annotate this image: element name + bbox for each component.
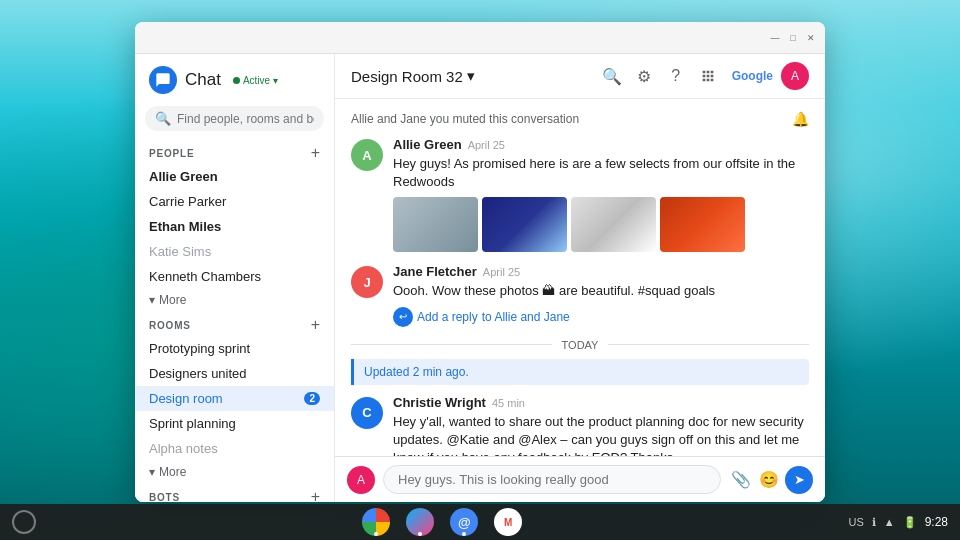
title-bar: — □ ✕ — [135, 22, 825, 54]
message-time: April 25 — [483, 266, 520, 278]
add-person-button[interactable]: + — [311, 145, 320, 161]
person-carrie-parker[interactable]: Carrie Parker — [135, 189, 334, 214]
rooms-section-header: ROOMS + — [135, 311, 334, 336]
sender-name: Jane Fletcher — [393, 264, 477, 279]
minimize-button[interactable]: — — [769, 32, 781, 44]
battery-icon: 🔋 — [903, 516, 917, 529]
chevron-icon: ▾ — [273, 75, 278, 86]
taskbar-time: 9:28 — [925, 515, 948, 529]
settings-header-button[interactable]: ⚙ — [632, 64, 656, 88]
photo-4[interactable] — [660, 197, 745, 252]
active-dot-icon — [233, 77, 240, 84]
sender-name: Christie Wright — [393, 395, 486, 410]
message-header: Jane Fletcher April 25 — [393, 264, 809, 279]
message-time: April 25 — [468, 139, 505, 151]
message-content: Jane Fletcher April 25 Oooh. Wow these p… — [393, 264, 809, 326]
message-input[interactable] — [383, 465, 721, 494]
taskbar-center: @ M — [362, 508, 522, 536]
bell-muted-icon[interactable]: 🔔 — [792, 111, 809, 127]
avatar-jane: J — [351, 266, 383, 298]
room-sprint-planning[interactable]: Sprint planning — [135, 411, 334, 436]
help-header-button[interactable]: ? — [664, 64, 688, 88]
people-more-button[interactable]: ▾ More — [135, 289, 334, 311]
message-group-allie: A Allie Green April 25 Hey guys! As prom… — [351, 137, 809, 252]
app-window: — □ ✕ Chat Active ▾ — [135, 22, 825, 502]
current-user-avatar: A — [347, 466, 375, 494]
add-room-button[interactable]: + — [311, 317, 320, 333]
user-avatar[interactable]: A — [781, 62, 809, 90]
room-dropdown-icon[interactable]: ▾ — [467, 67, 475, 85]
today-label: TODAY — [562, 339, 599, 351]
divider-line-left — [351, 344, 552, 345]
people-label: PEOPLE — [149, 148, 194, 159]
room-name: Sprint planning — [149, 416, 236, 431]
reply-text: Add a reply — [417, 310, 478, 324]
room-name: Designers united — [149, 366, 247, 381]
message-header: Christie Wright 45 min — [393, 395, 809, 410]
bots-label: BOTS — [149, 492, 180, 503]
person-ethan-miles[interactable]: Ethan Miles — [135, 214, 334, 239]
message-text: Hey guys! As promised here is are a few … — [393, 155, 809, 191]
person-name: Katie Sims — [149, 244, 211, 259]
add-reply-link[interactable]: ↩ Add a reply to Allie and Jane — [393, 307, 809, 327]
active-label: Active — [243, 75, 270, 86]
input-area: A 📎 😊 ➤ — [335, 456, 825, 502]
photo-2[interactable] — [482, 197, 567, 252]
rooms-label: ROOMS — [149, 320, 191, 331]
launcher-button[interactable] — [12, 510, 36, 534]
photo-1[interactable] — [393, 197, 478, 252]
room-name: Design room — [149, 391, 223, 406]
search-input[interactable] — [177, 112, 314, 126]
at-app-button[interactable]: @ — [450, 508, 478, 536]
gmail-button[interactable]: M — [494, 508, 522, 536]
gmail-m-icon: M — [504, 517, 512, 528]
room-title: Design Room 32 ▾ — [351, 67, 475, 85]
sender-name: Allie Green — [393, 137, 462, 152]
unread-badge: 2 — [304, 392, 320, 405]
room-design-room[interactable]: Design room 2 — [135, 386, 334, 411]
taskbar-left — [12, 510, 36, 534]
room-designers-united[interactable]: Designers united — [135, 361, 334, 386]
play-store-button[interactable] — [406, 508, 434, 536]
updated-banner: Updated 2 min ago. — [351, 359, 809, 385]
person-name: Carrie Parker — [149, 194, 226, 209]
apps-grid-button[interactable] — [696, 64, 720, 88]
taskbar: @ M US ℹ ▲ 🔋 9:28 — [0, 504, 960, 540]
emoji-icon[interactable]: 😊 — [757, 468, 781, 491]
photo-3[interactable] — [571, 197, 656, 252]
close-button[interactable]: ✕ — [805, 32, 817, 44]
search-header-button[interactable]: 🔍 — [600, 64, 624, 88]
app-title: Chat — [185, 70, 221, 90]
muted-notice: Allie and Jane you muted this conversati… — [351, 111, 809, 127]
region-indicator: US — [848, 516, 863, 528]
wifi-icon: ▲ — [884, 516, 895, 528]
room-alpha-notes[interactable]: Alpha notes — [135, 436, 334, 461]
room-prototyping-sprint[interactable]: Prototyping sprint — [135, 336, 334, 361]
room-name: Prototyping sprint — [149, 341, 250, 356]
info-icon: ℹ — [872, 516, 876, 529]
maximize-button[interactable]: □ — [787, 32, 799, 44]
bots-section-header: BOTS + — [135, 483, 334, 502]
at-char: @ — [458, 515, 471, 530]
person-allie-green[interactable]: Allie Green — [135, 164, 334, 189]
messages-area: Allie and Jane you muted this conversati… — [335, 99, 825, 456]
send-button[interactable]: ➤ — [785, 466, 813, 494]
chrome-app-button[interactable] — [362, 508, 390, 536]
person-kenneth-chambers[interactable]: Kenneth Chambers — [135, 264, 334, 289]
chat-header: Design Room 32 ▾ 🔍 ⚙ ? Google A — [335, 54, 825, 99]
add-bot-button[interactable]: + — [311, 489, 320, 502]
attach-icon[interactable]: 📎 — [729, 468, 753, 491]
main-chat-area: Design Room 32 ▾ 🔍 ⚙ ? Google A — [335, 54, 825, 502]
taskbar-right: US ℹ ▲ 🔋 9:28 — [848, 515, 948, 529]
person-katie-sims[interactable]: Katie Sims — [135, 239, 334, 264]
at-active-dot — [462, 532, 466, 536]
divider-line-right — [608, 344, 809, 345]
window-controls: — □ ✕ — [769, 32, 817, 44]
chat-logo-icon — [149, 66, 177, 94]
search-bar[interactable]: 🔍 — [145, 106, 324, 131]
photo-attachments — [393, 197, 809, 252]
avatar-allie: A — [351, 139, 383, 171]
room-name: Alpha notes — [149, 441, 218, 456]
rooms-more-button[interactable]: ▾ More — [135, 461, 334, 483]
chevron-down-icon: ▾ — [149, 293, 155, 307]
